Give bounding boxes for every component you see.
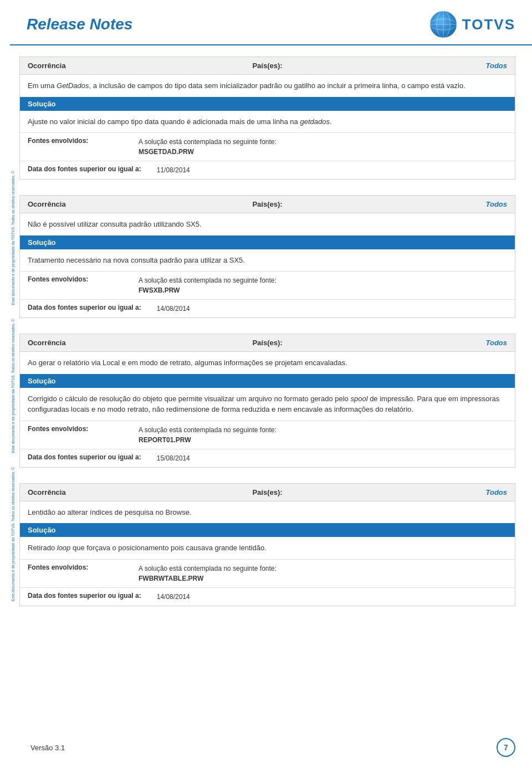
data-label-4: Data dos fontes superior ou igual a: [20,588,149,606]
fontes-label-4: Fontes envolvidos: [20,560,131,587]
paises-label-3: País(es): [185,334,350,351]
paises-label-4: País(es): [185,484,350,501]
fontes-label-1: Fontes envolvidos: [20,133,131,161]
fontes-row-4: Fontes envolvidos: A solução está contem… [20,559,515,587]
occurrence-row-1: Ocorrência País(es): Todos [20,57,515,75]
fontes-value-2: A solução está contemplada no seguinte f… [131,272,515,299]
data-value-1: 11/08/2014 [149,161,515,179]
solucao-content-3: Corrigido o cálculo de resolução do obje… [20,388,515,421]
solucao-content-2: Tratamento necessário na nova consulta p… [20,249,515,272]
main-content: Ocorrência País(es): Todos Em uma GetDad… [14,45,532,633]
data-value-4: 14/08/2014 [149,588,515,606]
totvs-logo-text: TOTVS [462,16,515,33]
description-2: Não é possível utilizar consulta padrão … [20,213,515,235]
description-1: Em uma GetDados, a inclusão de campos do… [20,75,515,97]
occurrence-label-4: Ocorrência [20,484,185,501]
occurrence-row-2: Ocorrência País(es): Todos [20,196,515,213]
occurrence-label-3: Ocorrência [20,334,185,351]
fontes-row-1: Fontes envolvidos: A solução está contem… [20,132,515,161]
data-row-1: Data dos fontes superior ou igual a: 11/… [20,161,515,179]
description-4: Lentidão ao alterar índices de pesquisa … [20,501,515,524]
paises-label-1: País(es): [185,57,350,74]
solucao-header-3: Solução [20,374,515,388]
fontes-value-3: A solução está contemplada no seguinte f… [131,421,515,449]
todos-label-1: Todos [350,57,515,74]
entry-4: Ocorrência País(es): Todos Lentidão ao a… [19,483,515,606]
data-value-2: 14/08/2014 [149,300,515,318]
data-row-4: Data dos fontes superior ou igual a: 14/… [20,587,515,606]
totvs-globe-icon [429,10,458,39]
data-label-2: Data dos fontes superior ou igual a: [20,300,149,318]
todos-label-2: Todos [350,196,515,213]
page-number: 7 [497,738,515,757]
solucao-content-4: Retirado loop que forçava o posicionamen… [20,537,515,559]
data-label-3: Data dos fontes superior ou igual a: [20,449,149,467]
occurrence-label-2: Ocorrência [20,196,185,213]
paises-label-2: País(es): [185,196,350,213]
description-3: Ao gerar o relatório via Local e em modo… [20,352,515,374]
fontes-value-1: A solução está contemplada no seguinte f… [131,133,515,161]
solucao-header-1: Solução [20,97,515,111]
fontes-row-3: Fontes envolvidos: A solução está contem… [20,421,515,449]
version-label: Versão 3.1 [30,744,65,752]
solucao-header-2: Solução [20,235,515,249]
solucao-header-4: Solução [20,523,515,537]
data-row-2: Data dos fontes superior ou igual a: 14/… [20,299,515,318]
data-value-3: 15/08/2014 [149,449,515,467]
occurrence-label-1: Ocorrência [20,57,185,74]
entry-2: Ocorrência País(es): Todos Não é possíve… [19,195,515,318]
entry-1: Ocorrência País(es): Todos Em uma GetDad… [19,57,515,180]
fontes-label-3: Fontes envolvidos: [20,421,131,449]
data-label-1: Data dos fontes superior ou igual a: [20,161,149,179]
fontes-value-4: A solução está contemplada no seguinte f… [131,560,515,587]
page-footer: Versão 3.1 7 [0,738,532,757]
fontes-row-2: Fontes envolvidos: A solução está contem… [20,271,515,299]
entry-3: Ocorrência País(es): Todos Ao gerar o re… [19,334,515,468]
fontes-label-2: Fontes envolvidos: [20,272,131,299]
data-row-3: Data dos fontes superior ou igual a: 15/… [20,449,515,467]
page-header: Release Notes TOTVS [10,0,532,45]
solucao-content-1: Ajuste no valor inicial do campo tipo da… [20,111,515,133]
page-title: Release Notes [27,16,132,33]
occurrence-row-3: Ocorrência País(es): Todos [20,334,515,352]
todos-label-3: Todos [350,334,515,351]
totvs-logo: TOTVS [429,10,515,39]
todos-label-4: Todos [350,484,515,501]
occurrence-row-4: Ocorrência País(es): Todos [20,484,515,501]
